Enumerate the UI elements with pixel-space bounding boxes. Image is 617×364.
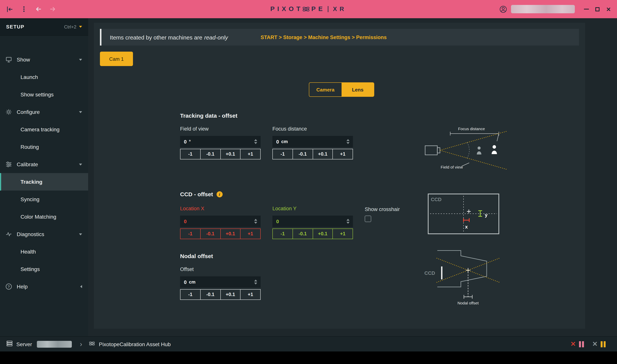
field-of-view-input[interactable]: 0 °: [180, 136, 261, 147]
sidebar-item-configure[interactable]: Configure: [0, 103, 88, 121]
chevron-down-icon: [79, 26, 82, 28]
step-button[interactable]: +1: [240, 149, 261, 159]
step-button[interactable]: -0.1: [293, 149, 313, 159]
info-icon[interactable]: i: [216, 191, 222, 197]
maximize-button[interactable]: [596, 7, 600, 11]
cam-1-button[interactable]: Cam 1: [100, 52, 133, 66]
atom-icon: [89, 340, 95, 348]
server-label: Server: [16, 341, 32, 347]
atom-icon: [302, 5, 310, 13]
step-button[interactable]: +0.1: [220, 289, 241, 300]
logo-text-right: PE: [311, 5, 325, 13]
step-button[interactable]: -0.1: [200, 149, 221, 159]
spinner: [346, 219, 350, 224]
sidebar-item-tracking[interactable]: Tracking: [0, 173, 88, 191]
back-arrow-icon[interactable]: [34, 5, 42, 13]
kebab-menu-icon[interactable]: [20, 5, 28, 13]
pause-icon-secondary[interactable]: [601, 341, 606, 347]
readonly-notice: Items created by other machines are read…: [100, 29, 579, 46]
bottom-black-strip: [0, 351, 617, 364]
step-button[interactable]: -0.1: [200, 229, 221, 239]
focus-distance-unit: cm: [281, 139, 288, 144]
gear-icon: [5, 109, 12, 115]
forward-arrow-icon[interactable]: [49, 5, 57, 13]
spin-down-icon[interactable]: [254, 283, 257, 285]
spin-down-icon[interactable]: [254, 142, 257, 144]
sidebar-item-settings[interactable]: Settings: [0, 260, 88, 278]
sidebar-item-help[interactable]: ? Help: [0, 278, 88, 295]
location-x-input[interactable]: 0: [180, 216, 261, 227]
spin-up-icon[interactable]: [254, 139, 257, 141]
location-x-label: Location X: [180, 206, 205, 211]
spinner: [346, 139, 350, 144]
step-button[interactable]: +0.1: [313, 229, 333, 239]
breadcrumb[interactable]: START > Storage > Machine Settings > Per…: [261, 34, 386, 40]
spin-up-icon[interactable]: [254, 280, 257, 281]
setup-dropdown[interactable]: SETUP Ctrl+2: [0, 18, 88, 36]
product-name: XR: [333, 6, 346, 13]
sliders-icon: [5, 161, 12, 168]
step-button[interactable]: -1: [272, 229, 293, 239]
spinner: [254, 139, 257, 144]
step-button[interactable]: +0.1: [313, 149, 333, 159]
step-button[interactable]: -1: [180, 289, 201, 300]
sidebar-item-color-matching[interactable]: Color Matching: [0, 208, 88, 225]
step-button[interactable]: +0.1: [220, 149, 241, 159]
location-y-label: Location Y: [272, 206, 297, 211]
setup-label: SETUP: [6, 24, 25, 30]
spin-up-icon[interactable]: [254, 219, 257, 221]
sidebar-collapse-icon[interactable]: [5, 5, 14, 13]
step-button[interactable]: -1: [180, 229, 201, 239]
sidebar-item-diagnostics[interactable]: Diagnostics: [0, 225, 88, 243]
close-button[interactable]: ✕: [606, 6, 611, 12]
sidebar-item-health[interactable]: Health: [0, 243, 88, 260]
asset-hub-label[interactable]: PixotopeCalibration Asset Hub: [99, 341, 171, 347]
titlebar-left-controls: [0, 5, 57, 13]
sidebar-item-label: Show: [17, 57, 30, 63]
step-button[interactable]: -0.1: [293, 229, 313, 239]
svg-text:x: x: [465, 224, 468, 230]
spin-down-icon[interactable]: [346, 142, 350, 144]
focus-distance-input[interactable]: 0 cm: [272, 136, 353, 147]
sidebar-item-launch[interactable]: Launch: [0, 68, 88, 86]
tab-camera[interactable]: Camera: [309, 83, 342, 96]
step-button[interactable]: -1: [180, 149, 201, 159]
spin-up-icon[interactable]: [346, 139, 350, 141]
minimize-button[interactable]: [584, 9, 589, 10]
sidebar-item-show-settings[interactable]: Show settings: [0, 86, 88, 103]
step-button[interactable]: +1: [333, 229, 353, 239]
spinner: [254, 219, 257, 224]
user-icon[interactable]: [499, 5, 507, 13]
sidebar-item-routing[interactable]: Routing: [0, 138, 88, 156]
step-button[interactable]: +1: [240, 289, 261, 300]
step-button[interactable]: -1: [272, 149, 293, 159]
sidebar-item-syncing[interactable]: Syncing: [0, 191, 88, 208]
location-x-value: 0: [184, 219, 187, 224]
tab-lens[interactable]: Lens: [342, 83, 374, 96]
step-button[interactable]: +1: [333, 149, 353, 159]
sidebar-item-camera-tracking[interactable]: Camera tracking: [0, 121, 88, 138]
location-y-input[interactable]: 0: [272, 216, 353, 227]
step-button[interactable]: +1: [240, 229, 261, 239]
nodal-offset-diagram: CCD Nodal offset: [421, 247, 506, 310]
sidebar-item-label: Launch: [21, 74, 38, 80]
field-of-view-step-buttons: -1 -0.1 +0.1 +1: [180, 149, 261, 159]
nodal-offset-input[interactable]: 0 cm: [180, 276, 261, 288]
nodal-offset-label: Offset: [180, 266, 194, 272]
sidebar: SETUP Ctrl+2 Show Launch Show settings: [0, 18, 88, 336]
chevron-down-icon: [79, 163, 82, 165]
show-crosshair-checkbox[interactable]: [365, 216, 371, 222]
svg-text:y: y: [485, 212, 488, 218]
svg-text:CCD: CCD: [424, 270, 435, 276]
spin-down-icon[interactable]: [254, 222, 257, 224]
pause-icon[interactable]: [579, 341, 584, 347]
sidebar-item-calibrate[interactable]: Calibrate: [0, 156, 88, 173]
stream-error-icon-secondary[interactable]: ✕: [592, 341, 598, 347]
stream-error-icon[interactable]: ✕: [570, 341, 576, 347]
step-button[interactable]: -0.1: [200, 289, 221, 300]
svg-text:Nodal offset: Nodal offset: [457, 301, 479, 305]
step-button[interactable]: +0.1: [220, 229, 241, 239]
spin-down-icon[interactable]: [346, 222, 350, 224]
spin-up-icon[interactable]: [346, 219, 350, 221]
sidebar-item-show[interactable]: Show: [0, 51, 88, 68]
